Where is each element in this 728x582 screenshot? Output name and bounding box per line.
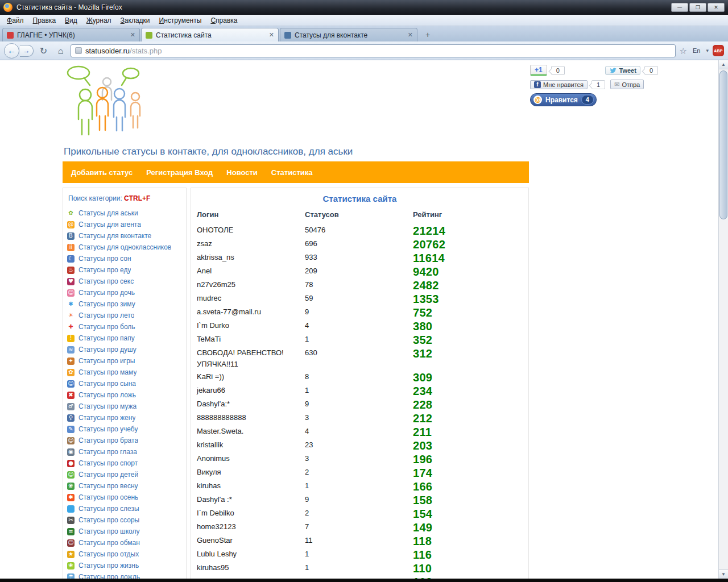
sidebar-category-link[interactable]: ♨ Статусы про еду [67, 264, 182, 276]
sidebar-category-link[interactable]: ii Статусы для одноклассников [67, 242, 182, 253]
url-bar[interactable]: statusoider.ru/stats.php [71, 44, 676, 57]
stats-row: mudrec 59 1353 [197, 292, 523, 306]
sidebar-category-link[interactable]: ☺ Статусы про дочь [67, 287, 182, 298]
bookmark-star-icon[interactable]: ☆ [679, 47, 688, 55]
status-count: 9 [305, 398, 413, 411]
sidebar-category-link[interactable]: ☀ Статусы про лето [67, 310, 182, 321]
sidebar-category-link[interactable]: ✦ Статусы про игры [67, 355, 182, 367]
sidebar-category-link[interactable]: ❀ Статусы про жизнь [67, 560, 182, 571]
menu-item[interactable]: Вид [60, 15, 82, 26]
sidebar-category-link[interactable]: ♥ Статусы про секс [67, 276, 182, 287]
category-icon: ≈ [67, 346, 75, 354]
sidebar-category-link[interactable]: ≈ Статусы про душу [67, 344, 182, 355]
category-label: Статусы про осень [78, 493, 138, 501]
sidebar-category-link[interactable]: ✿ Статусы про маму [67, 367, 182, 378]
facebook-like-button[interactable]: f Мне нравится [530, 80, 588, 89]
menu-item[interactable]: Правка [28, 15, 61, 26]
user-login: СВОБОДА! РАВЕНСТВО! УПЯЧКА!!11 [197, 347, 305, 371]
status-count: 8 [305, 371, 413, 384]
sidebar-category-link[interactable]: ★ Статусы про отдых [67, 548, 182, 560]
close-button[interactable]: ✕ [708, 3, 725, 12]
sidebar-category-link[interactable]: ✱ Статусы про осень [67, 492, 182, 503]
new-tab-button[interactable]: + [420, 30, 435, 40]
scroll-up-arrow[interactable]: ▲ [719, 60, 728, 69]
category-label: Статусы про лето [78, 311, 134, 319]
category-icon: ☺ [67, 437, 75, 444]
maximize-button[interactable]: ❐ [689, 3, 706, 12]
sidebar-category-link[interactable]: ♂ Статусы про мужа [67, 401, 182, 412]
sidebar-category-link[interactable]: @ Статусы для агента [67, 219, 182, 230]
sidebar-category-link[interactable]: ✖ Статусы про ложь [67, 389, 182, 401]
status-count: 9 [305, 493, 413, 507]
sidebar-category-link[interactable]: Статусы про слезы [67, 503, 182, 514]
stats-row: KaRi =)) 8 309 [197, 371, 523, 384]
sidebar-category-link[interactable]: ☹ Статусы про обман [67, 537, 182, 548]
site-nav-link[interactable]: Новости [226, 168, 258, 177]
google-plusone-button[interactable]: +1 [530, 65, 547, 76]
browser-tab[interactable]: ГЛАГНЕ • УПЧК(6) ✕ [2, 28, 140, 41]
minimize-button[interactable]: — [671, 3, 688, 12]
vertical-scrollbar[interactable]: ▲ ▼ [718, 60, 728, 579]
menu-item[interactable]: Файл [2, 15, 28, 26]
category-label: Статусы про зиму [78, 300, 135, 308]
tab-label: Статистика сайта [156, 31, 266, 39]
home-button[interactable]: ⌂ [53, 44, 68, 58]
sidebar-category-link[interactable]: ✎ Статусы про учебу [67, 423, 182, 435]
sidebar-category-link[interactable]: ☺ Статусы про детей [67, 469, 182, 480]
sidebar-category-link[interactable]: В Статусы для вконтакте [67, 230, 182, 242]
sidebar-category-link[interactable]: ✿ Статусы для аськи [67, 207, 182, 219]
sidebar-category-link[interactable]: ● Статусы про спорт [67, 458, 182, 469]
status-count: 933 [305, 251, 413, 265]
twitter-bird-icon [609, 67, 617, 74]
sidebar-category-link[interactable]: ☺ Статусы про брата [67, 435, 182, 446]
sidebar-category-link[interactable]: ❀ Статусы про весну [67, 480, 182, 492]
status-count: 7 [305, 521, 413, 534]
category-icon: ☾ [67, 255, 75, 263]
sidebar-category-link[interactable]: ☂ Статусы про дождь [67, 571, 182, 579]
sidebar-category-link[interactable]: ✚ Статусы про боль [67, 321, 182, 332]
language-button[interactable]: En [691, 47, 702, 55]
site-nav-bar: Добавить статус Регистрация Вход Новости… [63, 161, 529, 183]
user-rating: 352 [413, 333, 523, 347]
column-header-statuses: Статусов [305, 210, 413, 224]
browser-tab[interactable]: Статусы для вконтакте ✕ [280, 28, 417, 41]
user-rating: 309 [413, 371, 523, 384]
tweet-button[interactable]: Tweet [605, 66, 640, 75]
sidebar-category-link[interactable]: ✱ Статусы про зиму [67, 298, 182, 310]
category-label: Статусы для одноклассников [78, 243, 171, 251]
sidebar-category-link[interactable]: ☾ Статусы про сон [67, 253, 182, 264]
back-button[interactable]: ← [4, 43, 19, 59]
status-count: 1 [305, 480, 413, 493]
category-icon: ☹ [67, 539, 75, 547]
sidebar-category-link[interactable]: ≡ Статусы про школу [67, 526, 182, 537]
status-count: 59 [305, 292, 413, 306]
tab-close-icon[interactable]: ✕ [269, 32, 274, 38]
site-nav-link[interactable]: Добавить статус [71, 168, 133, 177]
menu-item[interactable]: Справка [206, 15, 242, 26]
mailru-like-button[interactable]: @ Нравится 4 [530, 93, 597, 106]
menu-item[interactable]: Инструменты [155, 15, 206, 26]
sidebar-category-link[interactable]: ! Статусы про папу [67, 332, 182, 344]
sidebar-category-link[interactable]: ♀ Статусы про жену [67, 412, 182, 423]
menu-item[interactable]: Журнал [82, 15, 116, 26]
sidebar-category-link[interactable]: ◉ Статусы про глаза [67, 446, 182, 458]
scrollbar-thumb[interactable] [719, 70, 727, 219]
tab-close-icon[interactable]: ✕ [408, 32, 413, 38]
category-label: Статусы про спорт [78, 459, 138, 467]
browser-tab[interactable]: Статистика сайта ✕ [141, 28, 279, 41]
scroll-down-arrow[interactable]: ▼ [719, 569, 728, 579]
sidebar-category-link[interactable]: ☺ Статусы про сына [67, 378, 182, 389]
sidebar-category-link[interactable]: ✂ Статусы про ссоры [67, 514, 182, 526]
category-label: Статусы про боль [78, 323, 135, 331]
tab-close-icon[interactable]: ✕ [130, 32, 135, 38]
category-label: Статусы про мужа [78, 402, 136, 410]
site-nav-link[interactable]: Регистрация Вход [146, 168, 213, 177]
adblock-plus-icon[interactable]: ABP [713, 45, 724, 56]
refresh-button[interactable]: ↻ [36, 44, 51, 58]
menu-item[interactable]: Закладки [116, 15, 155, 26]
facebook-send-button[interactable]: ✉ Отпра [610, 80, 644, 89]
forward-button[interactable]: → [20, 45, 34, 57]
site-nav-link[interactable]: Статистика [271, 168, 313, 177]
category-sidebar: Поиск категории: CTRL+F ✿ Статусы для ас… [63, 188, 187, 579]
dropdown-caret-icon[interactable]: ▾ [705, 48, 710, 53]
